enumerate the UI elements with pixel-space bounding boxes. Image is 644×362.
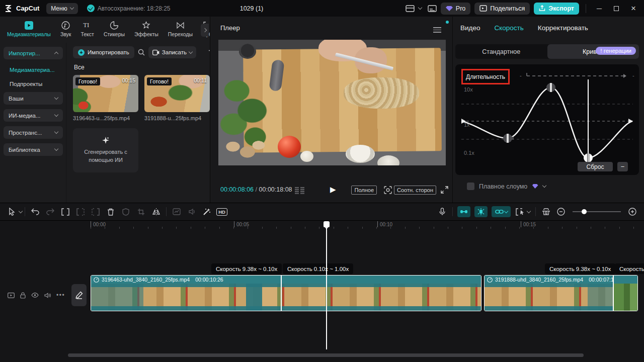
timeline-clip-2[interactable]: 3191888-uhd_3840_2160_25fps.mp4 00:00:07… (484, 275, 638, 311)
link-clips-button[interactable] (492, 206, 511, 217)
reset-button[interactable]: Сброс (578, 162, 613, 171)
media-card[interactable]: Готово! 00:15 3196463-u...25fps.mp4 (73, 75, 138, 121)
quality-button[interactable]: Полное (351, 186, 377, 195)
share-button[interactable]: Поделиться (474, 3, 530, 15)
chevron-down-icon[interactable] (542, 184, 546, 188)
generate-ai-card[interactable]: Сгенерировать с помощью ИИ (73, 128, 138, 172)
record-button[interactable]: Записать (148, 46, 196, 58)
playhead-line[interactable] (326, 223, 327, 349)
layout-icon[interactable] (406, 5, 415, 12)
split-right-icon[interactable] (88, 206, 103, 218)
lock-icon[interactable] (20, 292, 26, 299)
speed-ramp-overlay (91, 284, 143, 311)
video-thumbnail[interactable]: Готово! 00:15 (73, 75, 138, 112)
remove-node-button[interactable]: − (617, 162, 628, 171)
import-dropdown[interactable]: Импортир... (4, 47, 63, 59)
select-tool-icon[interactable] (4, 206, 19, 218)
more-icon[interactable]: ••• (56, 292, 65, 299)
maximize-button[interactable] (610, 2, 623, 15)
segment-divider[interactable] (613, 276, 614, 311)
tab-effects[interactable]: Эффекты (134, 21, 158, 37)
zoom-out-icon[interactable] (553, 206, 569, 218)
tab-audio[interactable]: Звук (60, 21, 71, 37)
mirror-icon[interactable] (148, 206, 164, 218)
player-menu-icon[interactable] (433, 26, 441, 34)
frame-view-icon[interactable] (295, 187, 305, 194)
microphone-icon[interactable] (435, 206, 450, 218)
tabs-overflow-button[interactable] (201, 24, 209, 37)
minimize-button[interactable]: ─ (593, 2, 606, 15)
segment-divider[interactable] (281, 276, 282, 311)
play-button[interactable]: ▶ (330, 185, 336, 194)
mask-icon[interactable] (118, 206, 133, 218)
undo-icon[interactable] (28, 206, 43, 218)
notes-icon[interactable] (428, 5, 437, 12)
timeline-toolbar: HD (0, 203, 644, 221)
speed-curve-editor[interactable]: Длительность - - 10x 1x 0.1x (455, 64, 639, 175)
zoom-in-icon[interactable] (625, 206, 640, 218)
nav-item-library[interactable]: Библиотека (4, 143, 63, 156)
select-mode-icon[interactable] (513, 206, 533, 218)
slider-thumb[interactable] (582, 209, 587, 214)
curve-node[interactable] (503, 134, 514, 143)
video-thumbnail[interactable]: Готово! 00:11 (144, 75, 210, 112)
speed-curve-icon (487, 277, 493, 283)
chopped-mushrooms (344, 77, 419, 109)
visibility-icon[interactable] (31, 293, 39, 298)
import-media-button[interactable]: + Импортировать (73, 46, 134, 58)
preview-axis-icon[interactable] (538, 206, 553, 218)
zoom-frame-icon[interactable] (384, 186, 392, 194)
generate-ai-label: Сгенерировать с помощью ИИ (79, 148, 132, 164)
nav-item-subprojects[interactable]: Подпроекты (4, 78, 62, 92)
media-card[interactable]: Готово! 00:11 3191888-u...25fps.mp4 (144, 75, 210, 121)
speed-panel-icon[interactable] (169, 206, 184, 218)
tab-speed[interactable]: Скорость (494, 24, 523, 32)
auto-ripple-button[interactable] (474, 206, 488, 217)
fullscreen-icon[interactable] (441, 186, 448, 194)
track-type-icon (8, 293, 15, 298)
timeline-ruler[interactable]: 00:00 00:05 00:10 00:15 (68, 221, 644, 230)
axis-tick-1x: 1x (464, 122, 470, 128)
magnet-snap-button[interactable] (457, 206, 470, 217)
split-left-icon[interactable] (73, 206, 88, 218)
horizontal-scrollbar[interactable] (68, 353, 584, 357)
audio-adjust-icon[interactable] (184, 206, 199, 218)
mode-standard[interactable]: Стандартное (455, 44, 547, 59)
nav-item-spaces[interactable]: Пространс... (4, 126, 63, 139)
curve-playhead[interactable] (588, 79, 589, 163)
hd-icon[interactable]: HD (214, 206, 229, 218)
curve-node[interactable] (546, 83, 555, 92)
export-button[interactable]: Экспорт (534, 3, 579, 15)
nav-item-media[interactable]: Медиаматериа... (4, 64, 62, 78)
redo-icon[interactable] (43, 206, 58, 218)
layout-chevron-icon[interactable] (418, 6, 422, 10)
magic-wand-icon[interactable] (199, 206, 214, 218)
tab-stickers[interactable]: Стикеры (104, 21, 125, 37)
tab-adjust[interactable]: Корректировать (538, 24, 588, 32)
chevron-down-icon (504, 209, 508, 213)
tab-text[interactable]: TI Текст (80, 21, 94, 37)
white-bowl (346, 145, 375, 163)
chevron-down-icon (54, 147, 58, 151)
close-button[interactable]: × (627, 2, 640, 15)
timeline-clip-1[interactable]: 3196463-uhd_3840_2160_25fps.mp4 00:00:10… (91, 275, 481, 311)
mute-icon[interactable] (44, 293, 51, 298)
aspect-ratio-button[interactable]: Соотн. сторон (394, 186, 436, 195)
split-icon[interactable] (58, 206, 73, 218)
timeline-zoom-slider[interactable] (573, 211, 621, 212)
delete-icon[interactable] (103, 206, 118, 218)
nav-item-ai-media[interactable]: ИИ-медиа... (4, 109, 63, 122)
crop-icon[interactable] (133, 206, 148, 218)
media-panel: Медиаматериалы Звук TI Текст Стикеры (0, 17, 210, 203)
slowmo-checkbox[interactable] (467, 183, 474, 190)
edit-track-button[interactable] (71, 284, 87, 306)
tab-video[interactable]: Видео (460, 24, 480, 32)
pro-button[interactable]: Pro (441, 3, 470, 15)
tab-transitions[interactable]: Переходы (168, 21, 193, 37)
clip-header: 3191888-uhd_3840_2160_25fps.mp4 00:00:07… (485, 276, 637, 284)
nav-item-yours[interactable]: Ваши (4, 92, 63, 105)
playhead-handle[interactable] (324, 221, 330, 227)
chevron-down-icon[interactable] (19, 209, 23, 213)
search-icon[interactable] (138, 49, 145, 56)
tab-media[interactable]: Медиаматериалы (7, 21, 51, 37)
